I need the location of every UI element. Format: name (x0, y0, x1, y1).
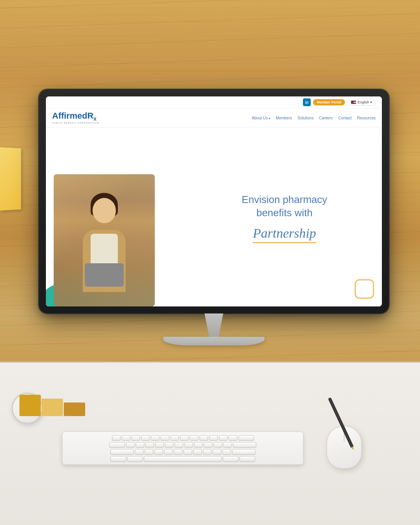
hero-cursive-word: Partnership (253, 226, 316, 241)
key (240, 456, 255, 462)
sticky-note (0, 147, 21, 210)
laptop (85, 263, 124, 287)
language-chevron: ▾ (370, 100, 372, 104)
key (174, 449, 182, 455)
nav-members[interactable]: Members (276, 116, 292, 120)
key (110, 449, 134, 455)
flag-icon (351, 100, 356, 104)
utility-bar: in Member Portal English ▾ (46, 96, 382, 108)
monitor-base (163, 337, 264, 345)
nav-solutions[interactable]: Solutions (298, 116, 313, 120)
key (190, 435, 198, 441)
hero-image-area (46, 128, 187, 306)
key (127, 456, 143, 462)
logo-subtitle: PUBLIC BENEFIT CORPORATION (52, 122, 99, 124)
key (136, 442, 144, 448)
keyboard-row-3 (66, 449, 299, 455)
nav-about-us[interactable]: About Us ▾ (252, 116, 270, 120)
hero-content: Envision pharmacy benefits with Partners… (187, 128, 382, 306)
decorative-circle (355, 279, 374, 299)
hero-tagline: Envision pharmacy benefits with (242, 193, 327, 220)
key (232, 449, 256, 455)
key (135, 449, 144, 455)
monitor-body: in Member Portal English ▾ AffirmedRx (39, 89, 389, 313)
hero-tagline-line2: benefits with (256, 207, 313, 219)
member-portal-button[interactable]: Member Portal (313, 99, 345, 105)
logo-rx: Rx (87, 111, 96, 121)
key (110, 456, 126, 462)
key (184, 442, 193, 448)
nav-about-us-label: About Us (252, 116, 268, 120)
language-selector[interactable]: English ▾ (347, 99, 376, 106)
keyboard (62, 432, 303, 465)
key (161, 435, 169, 441)
person-photo (54, 174, 155, 306)
key (238, 435, 254, 441)
spacebar-key (144, 456, 222, 462)
keyboard-row-4 (66, 456, 299, 462)
nav-contact[interactable]: Contact (338, 116, 352, 120)
key (213, 449, 221, 455)
key (154, 449, 163, 455)
website-content: in Member Portal English ▾ AffirmedRx (46, 96, 382, 306)
key (145, 442, 154, 448)
language-label: English (357, 100, 369, 104)
key (209, 435, 218, 441)
monitor-wrap: in Member Portal English ▾ AffirmedRx (39, 89, 389, 345)
keyboard-row-1 (66, 435, 299, 441)
monitor-neck (198, 313, 229, 337)
hero-tagline-line1: Envision pharmacy (242, 194, 327, 205)
key (223, 456, 238, 462)
key (122, 435, 130, 441)
key (151, 435, 159, 441)
key (229, 435, 237, 441)
key (193, 449, 202, 455)
about-us-chevron: ▾ (269, 117, 270, 120)
logo-brand-first: Affirmed (52, 111, 87, 121)
key (203, 449, 212, 455)
hero-section: Envision pharmacy benefits with Partners… (46, 128, 382, 306)
key (223, 442, 232, 448)
key (184, 449, 192, 455)
person-face (93, 198, 116, 223)
logo-text: AffirmedRx (52, 112, 99, 121)
key (200, 435, 208, 441)
key (175, 442, 183, 448)
key (204, 442, 212, 448)
person-photo-inner (54, 174, 155, 306)
monitor-screen: in Member Portal English ▾ AffirmedRx (46, 96, 382, 306)
key (155, 442, 164, 448)
key (170, 435, 179, 441)
key (165, 442, 173, 448)
linkedin-icon[interactable]: in (303, 98, 311, 106)
key (164, 449, 173, 455)
nav-links: About Us ▾ Members Solutions Careers Con… (252, 116, 376, 120)
keyboard-row-2 (66, 442, 299, 448)
nav-careers[interactable]: Careers (319, 116, 333, 120)
key (219, 435, 228, 441)
logo: AffirmedRx PUBLIC BENEFIT CORPORATION (52, 112, 99, 124)
key (214, 442, 222, 448)
key (145, 449, 153, 455)
key (141, 435, 150, 441)
key (109, 442, 125, 448)
linkedin-label: in (305, 100, 308, 105)
nav-bar: AffirmedRx PUBLIC BENEFIT CORPORATION Ab… (46, 108, 382, 128)
desk-surface (0, 362, 420, 525)
key (131, 435, 140, 441)
key (194, 442, 203, 448)
desk-books (19, 395, 85, 416)
key (112, 435, 121, 441)
key (180, 435, 189, 441)
key (233, 442, 256, 448)
key (222, 449, 231, 455)
nav-resources[interactable]: Resources (357, 116, 376, 120)
key (126, 442, 135, 448)
